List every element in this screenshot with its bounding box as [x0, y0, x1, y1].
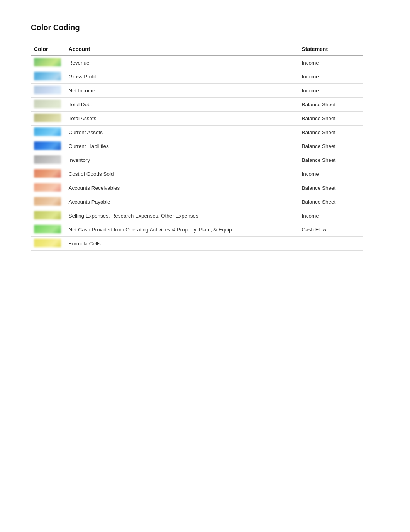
table-row: Accounts PayableBalance Sheet [31, 195, 363, 209]
account-cell: Selling Expenses, Research Expenses, Oth… [66, 209, 299, 223]
statement-cell: Income [298, 70, 363, 84]
table-row: Current LiabilitiesBalance Sheet [31, 139, 363, 153]
account-cell: Current Liabilities [66, 139, 299, 153]
statement-cell: Balance Sheet [298, 139, 363, 153]
statement-cell: Income [298, 84, 363, 98]
color-swatch-total-debt [34, 100, 61, 108]
table-header-row: Color Account Statement [31, 44, 363, 56]
color-swatch-current-liabilities [34, 141, 61, 150]
table-row: Total AssetsBalance Sheet [31, 112, 363, 126]
color-cell [31, 84, 66, 98]
color-cell [31, 98, 66, 112]
color-swatch-selling [34, 211, 61, 219]
color-cell [31, 181, 66, 195]
color-swatch-revenue [34, 58, 61, 66]
color-cell [31, 70, 66, 84]
table-row: Current AssetsBalance Sheet [31, 126, 363, 139]
color-swatch-current-assets [34, 127, 61, 136]
account-cell: Accounts Payable [66, 195, 299, 209]
account-cell: Total Debt [66, 98, 299, 112]
color-cell [31, 195, 66, 209]
color-cell [31, 112, 66, 126]
table-row: RevenueIncome [31, 56, 363, 70]
statement-cell: Income [298, 56, 363, 70]
table-row: Net IncomeIncome [31, 84, 363, 98]
header-color: Color [31, 44, 66, 56]
color-swatch-ar [34, 183, 61, 192]
color-cell [31, 237, 66, 251]
color-swatch-cogs [34, 169, 61, 178]
color-cell [31, 209, 66, 223]
header-statement: Statement [298, 44, 363, 56]
color-coding-table: Color Account Statement RevenueIncomeGro… [31, 44, 363, 251]
statement-cell: Cash Flow [298, 223, 363, 237]
account-cell: Total Assets [66, 112, 299, 126]
color-cell [31, 153, 66, 167]
statement-cell: Balance Sheet [298, 181, 363, 195]
color-swatch-inventory [34, 155, 61, 164]
statement-cell: Balance Sheet [298, 153, 363, 167]
account-cell: Current Assets [66, 126, 299, 139]
color-cell [31, 139, 66, 153]
table-row: Formula Cells [31, 237, 363, 251]
statement-cell: Balance Sheet [298, 126, 363, 139]
table-row: Accounts ReceivablesBalance Sheet [31, 181, 363, 195]
account-cell: Net Cash Provided from Operating Activit… [66, 223, 299, 237]
statement-cell: Income [298, 167, 363, 181]
color-swatch-net-income [34, 86, 61, 94]
color-swatch-total-assets [34, 114, 61, 122]
account-cell: Inventory [66, 153, 299, 167]
statement-cell: Income [298, 209, 363, 223]
page-title: Color Coding [31, 23, 379, 32]
table-row: InventoryBalance Sheet [31, 153, 363, 167]
account-cell: Net Income [66, 84, 299, 98]
table-row: Total DebtBalance Sheet [31, 98, 363, 112]
header-account: Account [66, 44, 299, 56]
statement-cell: Balance Sheet [298, 98, 363, 112]
statement-cell: Balance Sheet [298, 195, 363, 209]
color-swatch-formula [34, 239, 61, 247]
account-cell: Accounts Receivables [66, 181, 299, 195]
table-row: Gross ProfitIncome [31, 70, 363, 84]
color-cell [31, 56, 66, 70]
table-row: Cost of Goods SoldIncome [31, 167, 363, 181]
account-cell: Revenue [66, 56, 299, 70]
statement-cell: Balance Sheet [298, 112, 363, 126]
account-cell: Gross Profit [66, 70, 299, 84]
color-cell [31, 126, 66, 139]
table-row: Selling Expenses, Research Expenses, Oth… [31, 209, 363, 223]
table-row: Net Cash Provided from Operating Activit… [31, 223, 363, 237]
color-swatch-gross-profit [34, 72, 61, 80]
color-swatch-ap [34, 197, 61, 206]
color-swatch-net-cash [34, 225, 61, 233]
color-cell [31, 167, 66, 181]
statement-cell [298, 237, 363, 251]
color-cell [31, 223, 66, 237]
account-cell: Cost of Goods Sold [66, 167, 299, 181]
account-cell: Formula Cells [66, 237, 299, 251]
